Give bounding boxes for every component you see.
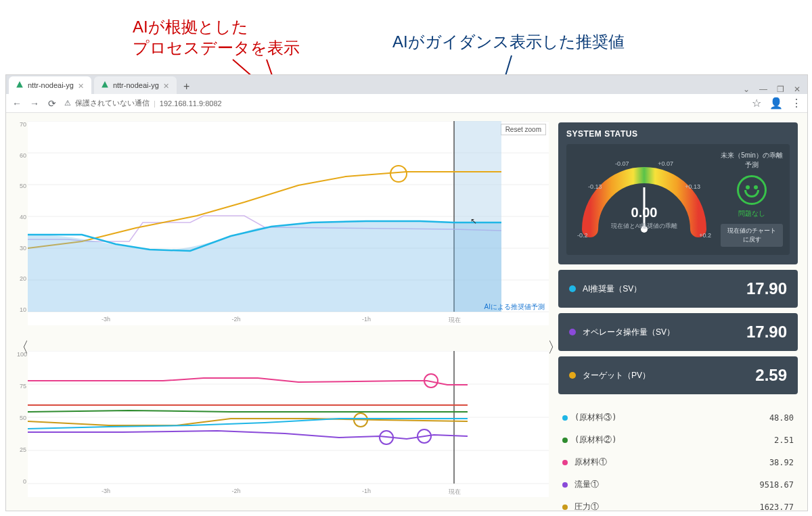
tab-close-icon[interactable]: ✕ xyxy=(163,82,170,89)
security-text: 保護されていない通信 xyxy=(75,98,150,108)
favicon-icon xyxy=(16,81,24,89)
svg-point-15 xyxy=(390,166,407,182)
tab-title: nttr-nodeai-yg xyxy=(113,81,159,89)
browser-window: nttr-nodeai-yg ✕ nttr-nodeai-yg ✕ + ⌄ — … xyxy=(5,74,808,511)
metric-row: ターゲット（PV） 2.59 xyxy=(558,356,798,394)
annotation-navy: AIがガイダンス表示した推奨値 xyxy=(392,31,625,52)
tab-strip: nttr-nodeai-yg ✕ nttr-nodeai-yg ✕ + ⌄ — … xyxy=(6,75,807,94)
favicon-icon xyxy=(101,81,109,89)
close-window-icon[interactable]: ✕ xyxy=(794,85,800,94)
window-controls: ⌄ — ❐ ✕ xyxy=(743,85,807,94)
dropdown-icon[interactable]: ⌄ xyxy=(743,85,750,94)
gauge: -0.2 +0.2 -0.13 +0.13 -0.07 +0.07 0.00 現… xyxy=(573,155,715,243)
main-chart[interactable]: Reset zoom 706050 403020 10 xyxy=(28,121,549,325)
kebab-menu-icon[interactable]: ⋮ xyxy=(791,97,802,110)
gauge-caption: 現在値とAI推奨値の乖離 xyxy=(611,222,678,231)
tab-close-icon[interactable]: ✕ xyxy=(78,82,85,89)
tab-title: nttr-nodeai-yg xyxy=(28,81,74,89)
browser-tab[interactable]: nttr-nodeai-yg ✕ xyxy=(94,76,177,94)
forward-button[interactable]: → xyxy=(29,98,40,109)
chart-svg xyxy=(28,351,549,485)
app-content: Reset zoom 706050 403020 10 xyxy=(6,113,807,511)
y-axis: 706050 403020 10 xyxy=(17,121,26,313)
reset-chart-button[interactable]: 現在値のチャートに戻す xyxy=(721,224,783,247)
chart-area: Reset zoom 706050 403020 10 xyxy=(14,121,549,508)
address-bar: ← → ⟳ ⚠ 保護されていない通信 | 192.168.11.9:8082 ☆… xyxy=(6,94,807,113)
metric-dot xyxy=(569,329,576,335)
legend-item[interactable]: 原材料①38.92 xyxy=(558,451,798,473)
process-chart[interactable]: 1007550 250 xyxy=(28,351,549,497)
legend-item[interactable]: 流量①9518.67 xyxy=(558,473,798,496)
svg-text:↖: ↖ xyxy=(470,216,477,226)
chart-svg: ↖ xyxy=(28,121,549,313)
system-status-card: SYSTEM STATUS xyxy=(558,122,798,264)
star-icon[interactable]: ☆ xyxy=(752,97,761,110)
minimize-icon[interactable]: — xyxy=(759,85,767,94)
legend-item[interactable]: (原材料③)48.80 xyxy=(558,406,798,429)
annotation-text: AIがガイダンス表示した推奨値 xyxy=(392,32,625,51)
browser-tab-active[interactable]: nttr-nodeai-yg ✕ xyxy=(9,76,91,94)
annotation-text: プロセスデータを表示 xyxy=(133,39,300,57)
url-field[interactable]: ⚠ 保護されていない通信 | 192.168.11.9:8082 xyxy=(64,98,745,108)
profile-icon[interactable]: 👤 xyxy=(769,97,783,110)
metric-row: AI推奨量（SV） 17.90 xyxy=(558,270,798,308)
legend: (原材料③)48.80 (原材料②)2.51 原材料①38.92 流量①9518… xyxy=(558,406,798,516)
y-axis: 1007550 250 xyxy=(17,351,26,485)
x-axis: -3h -2h -1h 現在 xyxy=(28,488,549,497)
new-tab-button[interactable]: + xyxy=(179,79,194,94)
smiley-icon xyxy=(737,175,767,205)
not-secure-icon: ⚠ xyxy=(64,99,71,108)
metric-dot xyxy=(569,285,576,292)
future-forecast: 未来（5min）の乖離予測 問題なし 現在値のチャートに戻す xyxy=(721,151,783,247)
status-title: SYSTEM STATUS xyxy=(566,129,790,139)
x-axis: -3h -2h -1h 現在 xyxy=(28,316,549,325)
legend-item[interactable]: 圧力①1623.77 xyxy=(558,496,798,516)
maximize-icon[interactable]: ❐ xyxy=(777,85,784,94)
metric-dot xyxy=(569,372,576,379)
url-text: 192.168.11.9:8082 xyxy=(160,99,222,108)
gauge-value: 0.00 xyxy=(611,205,678,220)
reload-button[interactable]: ⟳ xyxy=(47,98,58,109)
legend-item[interactable]: (原材料②)2.51 xyxy=(558,429,798,451)
back-button[interactable]: ← xyxy=(12,98,22,109)
right-panel: SYSTEM STATUS xyxy=(558,122,798,516)
annotation-text: AIが根拠とした xyxy=(133,18,248,36)
ai-forecast-note: AIによる推奨値予測 xyxy=(484,302,545,312)
annotation-red-1: AIが根拠とした プロセスデータを表示 xyxy=(133,16,300,58)
metric-row: オペレータ操作量（SV） 17.90 xyxy=(558,313,798,351)
